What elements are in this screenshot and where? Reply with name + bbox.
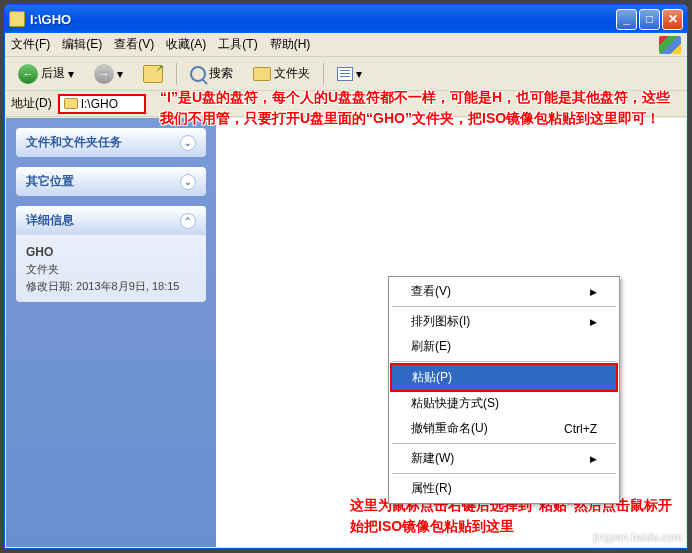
menu-tools[interactable]: 工具(T) <box>218 36 257 53</box>
address-path: I:\GHO <box>81 97 118 111</box>
close-button[interactable]: ✕ <box>662 9 683 30</box>
tasks-panel: 文件和文件夹任务⌄ <box>16 128 206 157</box>
sidebar: 文件和文件夹任务⌄ 其它位置⌄ 详细信息⌃ GHO 文件夹 修改日期: 2013… <box>6 118 216 547</box>
ctx-paste[interactable]: 粘贴(P) <box>390 363 618 392</box>
submenu-arrow-icon: ▶ <box>590 317 597 327</box>
ctx-view[interactable]: 查看(V)▶ <box>391 279 617 304</box>
other-header[interactable]: 其它位置⌄ <box>16 167 206 196</box>
chevron-down-icon: ▾ <box>68 67 74 81</box>
chevron-down-icon: ▾ <box>117 67 123 81</box>
details-header[interactable]: 详细信息⌃ <box>16 206 206 235</box>
folders-button[interactable]: 文件夹 <box>246 61 317 86</box>
divider <box>392 443 616 444</box>
ctx-view-label: 查看(V) <box>411 283 451 300</box>
ctx-arrange[interactable]: 排列图标(I)▶ <box>391 309 617 334</box>
details-name: GHO <box>26 245 53 259</box>
divider <box>392 473 616 474</box>
up-button[interactable] <box>136 61 170 87</box>
divider <box>392 306 616 307</box>
menu-favorites[interactable]: 收藏(A) <box>166 36 206 53</box>
window-title: I:\GHO <box>30 12 616 27</box>
other-panel: 其它位置⌄ <box>16 167 206 196</box>
ctx-undo-label: 撤销重命名(U) <box>411 420 488 437</box>
menubar: 文件(F) 编辑(E) 查看(V) 收藏(A) 工具(T) 帮助(H) <box>5 33 687 57</box>
ctx-undo-shortcut: Ctrl+Z <box>564 422 597 436</box>
annotation-top: “I”是U盘的盘符，每个人的U盘盘符都不一样，可能是H，也可能是其他盘符，这些我… <box>160 87 680 129</box>
chevron-down-icon: ▾ <box>356 67 362 81</box>
collapse-icon: ⌃ <box>180 213 196 229</box>
menu-help[interactable]: 帮助(H) <box>270 36 311 53</box>
ctx-refresh[interactable]: 刷新(E) <box>391 334 617 359</box>
folder-icon <box>64 98 78 109</box>
expand-icon: ⌄ <box>180 174 196 190</box>
submenu-arrow-icon: ▶ <box>590 454 597 464</box>
minimize-button[interactable]: _ <box>616 9 637 30</box>
tasks-title: 文件和文件夹任务 <box>26 134 122 151</box>
details-panel: 详细信息⌃ GHO 文件夹 修改日期: 2013年8月9日, 18:15 <box>16 206 206 302</box>
ctx-paste-shortcut[interactable]: 粘贴快捷方式(S) <box>391 391 617 416</box>
details-title: 详细信息 <box>26 212 74 229</box>
divider <box>392 361 616 362</box>
address-label: 地址(D) <box>11 95 52 112</box>
search-icon <box>190 66 206 82</box>
views-icon <box>337 67 353 81</box>
submenu-arrow-icon: ▶ <box>590 287 597 297</box>
separator <box>176 63 177 85</box>
ctx-properties-label: 属性(R) <box>411 480 452 497</box>
ctx-arrange-label: 排列图标(I) <box>411 313 470 330</box>
menu-view[interactable]: 查看(V) <box>114 36 154 53</box>
details-type: 文件夹 <box>26 263 59 275</box>
folders-label: 文件夹 <box>274 65 310 82</box>
ctx-properties[interactable]: 属性(R) <box>391 476 617 501</box>
expand-icon: ⌄ <box>180 135 196 151</box>
forward-button[interactable]: →▾ <box>87 60 130 88</box>
back-label: 后退 <box>41 65 65 82</box>
ctx-new[interactable]: 新建(W)▶ <box>391 446 617 471</box>
folder-icon <box>253 67 271 81</box>
forward-arrow-icon: → <box>94 64 114 84</box>
menu-edit[interactable]: 编辑(E) <box>62 36 102 53</box>
back-arrow-icon: ← <box>18 64 38 84</box>
ctx-new-label: 新建(W) <box>411 450 454 467</box>
ctx-paste-label: 粘贴(P) <box>412 369 452 386</box>
maximize-button[interactable]: □ <box>639 9 660 30</box>
address-input[interactable]: I:\GHO <box>58 94 146 114</box>
details-modified: 修改日期: 2013年8月9日, 18:15 <box>26 280 179 292</box>
search-label: 搜索 <box>209 65 233 82</box>
tasks-header[interactable]: 文件和文件夹任务⌄ <box>16 128 206 157</box>
ctx-refresh-label: 刷新(E) <box>411 338 451 355</box>
folder-up-icon <box>143 65 163 83</box>
ctx-paste-shortcut-label: 粘贴快捷方式(S) <box>411 395 499 412</box>
ctx-undo[interactable]: 撤销重命名(U)Ctrl+Z <box>391 416 617 441</box>
folder-icon <box>9 11 25 27</box>
back-button[interactable]: ←后退▾ <box>11 60 81 88</box>
search-button[interactable]: 搜索 <box>183 61 240 86</box>
views-button[interactable]: ▾ <box>330 63 369 85</box>
other-title: 其它位置 <box>26 173 74 190</box>
menu-file[interactable]: 文件(F) <box>11 36 50 53</box>
separator <box>323 63 324 85</box>
details-body: GHO 文件夹 修改日期: 2013年8月9日, 18:15 <box>16 235 206 302</box>
windows-flag-icon <box>659 36 681 54</box>
toolbar: ←后退▾ →▾ 搜索 文件夹 ▾ <box>5 57 687 91</box>
watermark: jingyan.baidu.com <box>593 531 682 543</box>
titlebar[interactable]: I:\GHO _ □ ✕ <box>5 5 687 33</box>
context-menu: 查看(V)▶ 排列图标(I)▶ 刷新(E) 粘贴(P) 粘贴快捷方式(S) 撤销… <box>388 276 620 504</box>
